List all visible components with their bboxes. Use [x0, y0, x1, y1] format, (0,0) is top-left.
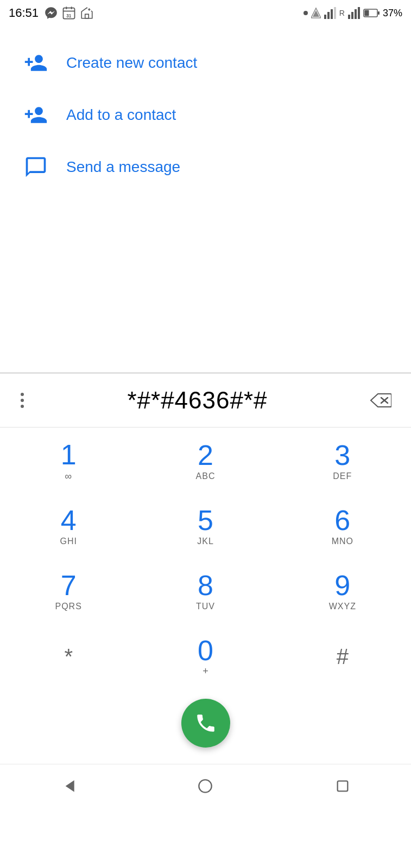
key-2-number: 2 [198, 441, 213, 469]
svg-rect-24 [337, 781, 347, 792]
key-5-number: 5 [198, 506, 213, 534]
key-hash-symbol: # [337, 644, 349, 669]
key-4-letters: GHI [60, 537, 77, 546]
keypad: 1 ∞ 2 ABC 3 DEF 4 GHI 5 JKL 6 MNO 7 PQRS [0, 427, 411, 688]
menu-dot-2 [21, 399, 24, 402]
dialer-section: *#*#4636#*# 1 ∞ 2 ABC 3 DEF 4 GHI [0, 373, 411, 764]
menu-dot-3 [21, 405, 24, 408]
key-6[interactable]: 6 MNO [274, 493, 411, 558]
key-2-letters: ABC [196, 471, 216, 481]
svg-marker-22 [66, 780, 74, 792]
svg-rect-11 [331, 9, 333, 19]
svg-rect-13 [348, 15, 350, 19]
svg-rect-10 [327, 12, 330, 19]
messenger-icon [44, 6, 58, 20]
menu-dot-1 [21, 393, 24, 396]
send-message-icon [22, 153, 50, 181]
key-6-letters: MNO [332, 537, 353, 546]
signal-down-icon [311, 7, 321, 19]
battery-icon [363, 8, 380, 18]
key-5-letters: JKL [197, 537, 214, 546]
dot-indicator [303, 11, 308, 15]
key-1[interactable]: 1 ∞ [0, 427, 137, 493]
key-0-number: 0 [198, 636, 213, 665]
key-1-letters: ∞ [65, 471, 72, 482]
svg-rect-14 [351, 12, 353, 19]
status-left: 16:51 31 [9, 5, 94, 21]
send-message-item[interactable]: Send a message [0, 141, 411, 193]
spacer [0, 204, 411, 372]
backspace-button[interactable] [366, 390, 395, 411]
key-1-number: 1 [61, 441, 77, 469]
back-button[interactable] [52, 774, 85, 798]
key-8-letters: TUV [196, 602, 215, 611]
svg-rect-18 [378, 11, 380, 15]
key-0-plus: + [203, 666, 208, 677]
svg-text:31: 31 [66, 14, 72, 18]
status-right: R 37% [303, 7, 402, 19]
key-4-number: 4 [61, 506, 77, 534]
key-4[interactable]: 4 GHI [0, 493, 137, 558]
signal-icon-2 [348, 7, 360, 19]
svg-rect-12 [334, 7, 336, 19]
dialer-input[interactable]: *#*#4636#*# [28, 387, 366, 414]
menu-area: Create new contact Add to a contact Send… [0, 26, 411, 204]
home-button[interactable] [189, 774, 222, 798]
create-new-contact-item[interactable]: Create new contact [0, 37, 411, 89]
key-3-letters: DEF [333, 471, 352, 481]
svg-rect-5 [85, 14, 89, 18]
key-3[interactable]: 3 DEF [274, 427, 411, 493]
svg-rect-16 [358, 7, 360, 19]
create-new-contact-label: Create new contact [66, 54, 197, 72]
key-9-letters: WXYZ [329, 602, 356, 611]
status-bar: 16:51 31 [0, 0, 411, 26]
svg-rect-15 [355, 9, 357, 19]
add-to-contact-label: Add to a contact [66, 106, 176, 124]
add-to-contact-item[interactable]: Add to a contact [0, 89, 411, 141]
key-7[interactable]: 7 PQRS [0, 558, 137, 623]
create-contact-icon [22, 49, 50, 77]
r-indicator: R [339, 9, 345, 17]
signal-icon [324, 7, 336, 19]
key-hash[interactable]: # [274, 623, 411, 688]
status-time: 16:51 [9, 6, 39, 20]
nav-bar [0, 764, 411, 808]
call-button[interactable] [181, 699, 230, 748]
dialer-input-row: *#*#4636#*# [0, 374, 411, 427]
svg-point-23 [199, 780, 212, 792]
battery-percentage: 37% [383, 8, 402, 19]
add-to-contact-icon [22, 101, 50, 129]
key-6-number: 6 [334, 506, 350, 534]
svg-rect-9 [324, 15, 326, 19]
key-star-symbol: * [64, 644, 73, 669]
home-notif-icon [80, 6, 94, 20]
call-row [0, 688, 411, 764]
key-9[interactable]: 9 WXYZ [274, 558, 411, 623]
dialer-menu-button[interactable] [16, 388, 28, 412]
send-message-label: Send a message [66, 158, 180, 176]
key-0[interactable]: 0 + [137, 623, 274, 688]
key-8-number: 8 [198, 571, 213, 599]
recents-button[interactable] [326, 774, 359, 798]
calendar-icon: 31 [61, 5, 77, 21]
key-3-number: 3 [334, 441, 350, 469]
key-7-number: 7 [61, 571, 77, 599]
svg-rect-19 [364, 10, 369, 16]
key-star[interactable]: * [0, 623, 137, 688]
key-5[interactable]: 5 JKL [137, 493, 274, 558]
key-9-number: 9 [334, 571, 350, 599]
key-2[interactable]: 2 ABC [137, 427, 274, 493]
key-7-letters: PQRS [55, 602, 81, 611]
status-icons: 31 [44, 5, 94, 21]
key-8[interactable]: 8 TUV [137, 558, 274, 623]
